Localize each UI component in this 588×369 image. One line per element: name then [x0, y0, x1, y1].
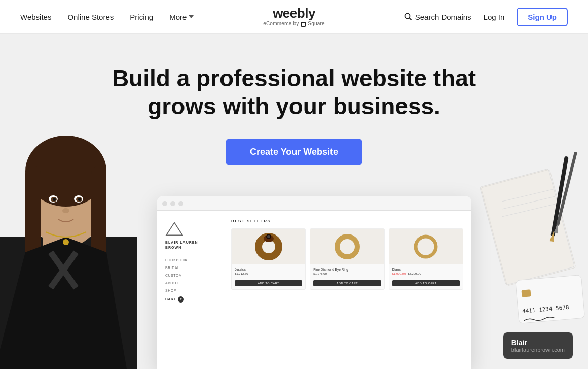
signup-button[interactable]: Sign Up [517, 8, 568, 26]
main-header: Websites Online Stores Pricing More weeb… [0, 0, 588, 34]
svg-point-24 [434, 242, 436, 244]
notebook-decoration: 4411 1234 5678 [476, 136, 588, 339]
cart-label: CART [165, 297, 176, 301]
product-grid: Jessica $1,712.50 ADD TO CART [231, 228, 463, 290]
product-info-2: Fine Diamond Eye Ring $1,275.00 ADD TO C… [310, 264, 384, 289]
product-img-2 [310, 229, 384, 264]
nav-websites[interactable]: Websites [20, 13, 51, 21]
notebook-svg: 4411 1234 5678 [476, 136, 588, 339]
search-icon [404, 13, 412, 21]
mockup-nav-custom: CUSTOM [165, 274, 214, 277]
chevron-down-icon [189, 15, 194, 18]
product-card-3: Diana $1,900.00 $2,299.00 ADD TO CART [389, 228, 463, 290]
product-card-2: Fine Diamond Eye Ring $1,275.00 ADD TO C… [310, 228, 384, 290]
svg-point-12 [53, 198, 56, 201]
dot2 [170, 201, 175, 206]
add-to-cart-3[interactable]: ADD TO CART [392, 280, 460, 286]
product-img-3 [389, 229, 463, 264]
svg-rect-39 [521, 289, 531, 297]
more-label: More [169, 13, 187, 21]
mockup-body: BLAIR LAUREN BROWN LOOKBOOK BRIDAL CUSTO… [157, 211, 471, 369]
mockup-triangle-icon [165, 221, 183, 237]
blair-name: Blair [511, 339, 565, 347]
product-name-2: Fine Diamond Eye Ring [313, 267, 381, 271]
product-img-1 [232, 229, 305, 264]
mockup-logo: BLAIR LAUREN BROWN [165, 221, 214, 250]
search-domains-label: Search Domains [415, 13, 471, 21]
add-to-cart-2[interactable]: ADD TO CART [313, 280, 381, 286]
nav-more[interactable]: More [169, 13, 194, 21]
svg-point-26 [425, 256, 427, 258]
product-orig-price: $2,299.00 [408, 272, 421, 275]
svg-point-22 [416, 237, 436, 257]
square-icon [301, 22, 306, 27]
mockup-brand-name: BLAIR LAUREN BROWN [165, 240, 214, 250]
svg-line-1 [409, 18, 411, 20]
product-price-1: $1,712.50 [235, 272, 302, 275]
ring-icon-2 [332, 231, 362, 262]
add-to-cart-1[interactable]: ADD TO CART [235, 280, 302, 286]
product-info-1: Jessica $1,712.50 ADD TO CART [232, 264, 305, 289]
hero-section: Build a professional website that grows … [0, 34, 588, 369]
svg-point-15 [63, 239, 69, 245]
dot1 [162, 201, 167, 206]
mockup-titlebar [157, 196, 471, 211]
ring-icon-3 [411, 231, 441, 262]
svg-point-0 [405, 14, 410, 19]
blair-url: blairlaurenbrown.com [511, 347, 565, 353]
svg-point-14 [62, 208, 69, 213]
product-sale-price: $1,900.00 [392, 272, 406, 275]
logo-sub: eCommerce by Square [263, 21, 325, 26]
svg-point-13 [78, 198, 81, 201]
logo-wordmark: weebly [263, 7, 325, 20]
svg-rect-38 [516, 275, 585, 323]
svg-rect-7 [91, 166, 106, 257]
product-price-2: $1,275.00 [313, 272, 381, 275]
right-nav: Search Domains Log In Sign Up [404, 8, 568, 26]
login-link[interactable]: Log In [484, 13, 505, 21]
product-card-1: Jessica $1,712.50 ADD TO CART [231, 228, 306, 290]
create-website-button[interactable]: Create Your Website [226, 139, 362, 165]
svg-point-20 [267, 235, 270, 238]
svg-point-27 [416, 250, 418, 252]
product-name-3: Diana [392, 267, 460, 271]
svg-marker-16 [166, 223, 182, 236]
dot3 [178, 201, 183, 206]
mockup-cart: CART 2 [165, 296, 214, 303]
website-mockup: BLAIR LAUREN BROWN LOOKBOOK BRIDAL CUSTO… [157, 196, 471, 369]
product-name-1: Jessica [235, 267, 302, 271]
cart-badge: 2 [178, 296, 184, 303]
svg-point-28 [416, 242, 418, 244]
svg-point-23 [425, 236, 427, 238]
svg-point-21 [337, 237, 357, 257]
mockup-nav-bridal: BRIDAL [165, 266, 214, 270]
mockup-sidebar: BLAIR LAUREN BROWN LOOKBOOK BRIDAL CUSTO… [157, 211, 223, 369]
mockup-nav-shop: SHOP [165, 289, 214, 292]
nav-online-stores[interactable]: Online Stores [67, 13, 114, 21]
best-sellers-label: BEST SELLERS [231, 219, 463, 223]
hero-title: Build a professional website that grows … [86, 64, 502, 120]
product-price-3: $1,900.00 $2,299.00 [392, 272, 460, 275]
nav-pricing[interactable]: Pricing [130, 13, 153, 21]
blair-card: Blair blairlaurenbrown.com [503, 332, 573, 359]
svg-point-25 [434, 250, 436, 252]
mockup-nav-lookbook: LOOKBOOK [165, 258, 214, 262]
search-domains-button[interactable]: Search Domains [404, 13, 471, 21]
left-nav: Websites Online Stores Pricing More [20, 13, 194, 21]
person-image [0, 125, 137, 369]
ring-icon-1 [253, 231, 284, 262]
mockup-main-content: BEST SELLERS Jess [223, 211, 471, 369]
product-info-3: Diana $1,900.00 $2,299.00 ADD TO CART [389, 264, 463, 289]
logo-area[interactable]: weebly eCommerce by Square [263, 7, 325, 26]
mockup-nav-about: ABOUT [165, 281, 214, 285]
